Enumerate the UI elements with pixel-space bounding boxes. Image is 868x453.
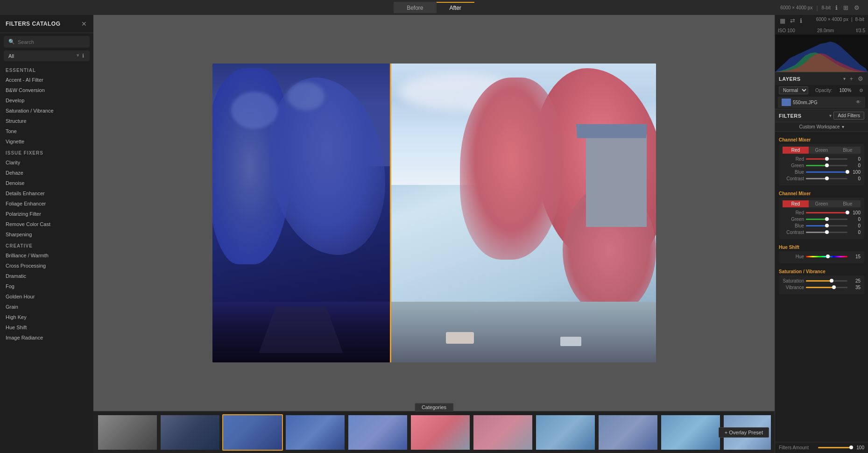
filmstrip-item-5[interactable]: [347, 414, 408, 451]
slider-label-hue: Hue: [783, 254, 804, 259]
add-filters-button[interactable]: Add Filters: [833, 112, 864, 120]
slider-track-vibrance[interactable]: [806, 287, 847, 288]
channel-mixer-2-title[interactable]: Channel Mixer: [779, 188, 864, 198]
catalog-item-cross-processing[interactable]: Cross Processing: [0, 261, 93, 271]
catalog-item-fog[interactable]: Fog: [0, 281, 93, 291]
exif-icon[interactable]: ℹ: [799, 17, 803, 25]
image-after: [390, 64, 656, 362]
close-catalog-btn[interactable]: ✕: [80, 20, 88, 28]
saturation-vibrance-title[interactable]: Saturation / Vibrance: [779, 266, 864, 276]
settings-icon[interactable]: ⚙: [853, 4, 861, 12]
catalog-item-dramatic[interactable]: Dramatic: [0, 271, 93, 281]
layers-settings-icon[interactable]: ⚙: [857, 75, 864, 83]
histogram-icon[interactable]: ▦: [779, 17, 786, 25]
catalog-item-bw[interactable]: B&W Conversion: [0, 85, 93, 95]
filmstrip-item-4[interactable]: [285, 414, 346, 451]
catalog-item-saturation[interactable]: Saturation / Vibrance: [0, 106, 93, 116]
compare-icon[interactable]: ⊞: [842, 4, 849, 12]
layers-header[interactable]: LAYERS ▾ + ⚙: [775, 72, 868, 85]
catalog-item-sharpening[interactable]: Sharpening: [0, 229, 93, 240]
catalog-item-grain[interactable]: Grain: [0, 302, 93, 312]
slider-track-green-1[interactable]: [806, 165, 847, 166]
slider-track-hue[interactable]: [806, 256, 847, 257]
catalog-item-denoise[interactable]: Denoise: [0, 178, 93, 188]
filmstrip: Categories + Overlay Preset: [93, 411, 775, 453]
slider-track-red-1[interactable]: [806, 158, 847, 160]
hue-shift-title[interactable]: Hue Shift: [779, 242, 864, 251]
image-area: Categories + Overlay Preset: [93, 15, 775, 453]
channel-tab-red-1[interactable]: Red: [783, 147, 809, 154]
filters-section: FILTERS ▾ Add Filters Custom Workspace ▾…: [775, 109, 868, 453]
slider-track-green-2[interactable]: [806, 219, 847, 220]
catalog-item-hue-shift[interactable]: Hue Shift: [0, 322, 93, 333]
filters-amount-slider[interactable]: [818, 447, 851, 448]
catalog-item-image-radiance[interactable]: Image Radiance: [0, 333, 93, 343]
catalog-item-structure[interactable]: Structure: [0, 116, 93, 126]
catalog-item-vignette[interactable]: Vignette: [0, 136, 93, 147]
channel-tab-blue-2[interactable]: Blue: [834, 200, 861, 207]
meta-icons: ▦ ⇄ ℹ 6000 × 4000 px | 8-bit: [775, 15, 868, 27]
filmstrip-items: [97, 414, 771, 451]
filter-info-icon[interactable]: ℹ: [81, 52, 85, 59]
slider-saturation: Saturation 25: [783, 278, 861, 283]
slider-value-green-1: 0: [849, 163, 861, 168]
slider-hue: Hue 15: [783, 254, 861, 259]
catalog-item-dehaze[interactable]: Dehaze: [0, 168, 93, 178]
slider-label-red-1: Red: [783, 156, 804, 162]
hue-shift-block: Hue 15: [779, 251, 864, 263]
layers-add-icon[interactable]: +: [848, 75, 854, 83]
catalog-item-remove-color-cast[interactable]: Remove Color Cast: [0, 219, 93, 229]
slider-track-contrast-2[interactable]: [806, 232, 847, 233]
categories-button[interactable]: Categories: [415, 403, 453, 411]
filmstrip-item-2[interactable]: [160, 414, 220, 451]
info-icon[interactable]: ℹ: [834, 4, 839, 12]
catalog-item-polarizing[interactable]: Polarizing Filter: [0, 209, 93, 219]
view-tabs: Before After: [394, 2, 474, 13]
tab-after[interactable]: After: [437, 2, 474, 13]
main-content: FILTERS CATALOG ✕ 🔍 All ▾ ℹ ESSENTIAL Ac…: [0, 15, 868, 453]
slider-track-blue-1[interactable]: [806, 171, 847, 173]
catalog-item-tone[interactable]: Tone: [0, 126, 93, 136]
catalog-item-golden-hour[interactable]: Golden Hour: [0, 291, 93, 302]
slider-track-red-2[interactable]: [806, 212, 847, 213]
section-header-issue-fixers: ISSUE FIXERS: [0, 147, 93, 157]
catalog-item-foliage[interactable]: Foliage Enhancer: [0, 198, 93, 209]
filmstrip-item-7[interactable]: [473, 414, 533, 451]
slider-track-contrast-1[interactable]: [806, 178, 847, 179]
overlay-preset-button[interactable]: + Overlay Preset: [719, 427, 769, 438]
compare-view-icon[interactable]: ⇄: [789, 17, 796, 25]
channel-tab-red-2[interactable]: Red: [783, 200, 809, 207]
catalog-item-details-enhancer[interactable]: Details Enhancer: [0, 188, 93, 198]
filmstrip-item-1[interactable]: [97, 414, 158, 451]
catalog-item-brilliance[interactable]: Brilliance / Warmth: [0, 250, 93, 261]
channel-tab-blue-1[interactable]: Blue: [834, 147, 861, 154]
slider-label-blue-2: Blue: [783, 223, 804, 228]
opacity-settings-icon[interactable]: ⚙: [858, 87, 864, 94]
slider-value-red-1: 0: [849, 156, 861, 162]
search-input[interactable]: [18, 39, 85, 45]
filmstrip-item-3[interactable]: [222, 414, 283, 451]
slider-track-saturation[interactable]: [806, 280, 847, 282]
tab-before[interactable]: Before: [394, 2, 436, 13]
channel-tab-green-2[interactable]: Green: [809, 200, 835, 207]
workspace-dropdown[interactable]: Custom Workspace ▾: [775, 122, 868, 132]
catalog-item-clarity[interactable]: Clarity: [0, 157, 93, 168]
search-bar[interactable]: 🔍: [4, 36, 90, 48]
catalog-item-accent[interactable]: Accent - AI Filter: [0, 75, 93, 85]
channel-mixer-1-title[interactable]: Channel Mixer: [779, 134, 864, 144]
slider-track-blue-2[interactable]: [806, 225, 847, 226]
filter-dropdown[interactable]: All ▾ ℹ: [4, 50, 90, 61]
filters-amount-row: Filters Amount 100: [775, 442, 868, 453]
layer-file-row[interactable]: 550nm.JPG 👁: [778, 97, 865, 108]
filmstrip-item-10[interactable]: [660, 414, 721, 451]
filmstrip-item-8[interactable]: [535, 414, 596, 451]
filmstrip-item-6[interactable]: [410, 414, 471, 451]
blend-mode-select[interactable]: Normal: [779, 86, 808, 94]
channel-tab-green-1[interactable]: Green: [809, 147, 835, 154]
iso-info: ISO 100: [778, 28, 795, 33]
channel-tabs-2: Red Green Blue: [783, 200, 861, 207]
layer-visibility-icon[interactable]: 👁: [855, 99, 861, 106]
catalog-item-develop[interactable]: Develop: [0, 95, 93, 106]
catalog-item-high-key[interactable]: High Key: [0, 312, 93, 322]
filmstrip-item-9[interactable]: [598, 414, 658, 451]
